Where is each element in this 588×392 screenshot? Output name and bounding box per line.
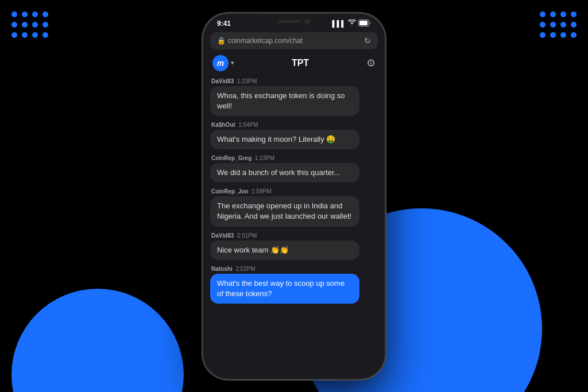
timestamp-2: 1:04PM bbox=[238, 122, 258, 128]
timestamp-1: 1:23PM bbox=[237, 78, 257, 84]
brand-logo: m bbox=[212, 55, 229, 71]
dots-top-right bbox=[540, 11, 577, 38]
message-meta-1: DaVid83 1:23PM bbox=[210, 78, 378, 84]
message-bubble-3: We did a bunch of work this quarter... bbox=[210, 163, 359, 183]
lock-icon: 🔒 bbox=[217, 37, 226, 45]
message-bubble-4: The exchange opened up in India and Nige… bbox=[210, 196, 359, 226]
username-2: Ka$hOut bbox=[211, 122, 235, 128]
chat-title: TPT bbox=[234, 58, 366, 68]
username-4: CoinRep_Jon bbox=[211, 188, 248, 195]
message-bubble-2: What's making it moon? Literally 🤑 bbox=[210, 130, 359, 149]
message-meta-4: CoinRep_Jon 1:58PM bbox=[210, 188, 378, 195]
timestamp-5: 2:01PM bbox=[237, 232, 257, 239]
message-bubble-5: Nice work team 👏👏 bbox=[210, 240, 359, 260]
status-time: 9:41 bbox=[217, 20, 231, 28]
gear-icon[interactable]: ⚙ bbox=[366, 57, 376, 69]
username-5: DaVid83 bbox=[211, 232, 234, 239]
url-address: coinmarketcap.com/chat bbox=[228, 37, 303, 45]
message-bubble-1: Whoa, this exchange token is doing so we… bbox=[210, 86, 359, 116]
message-group-3: CoinRep_Greg 1:23PM We did a bunch of wo… bbox=[210, 155, 378, 183]
status-icons: ▌▌▌ bbox=[332, 20, 371, 28]
dots-top-left bbox=[11, 11, 48, 38]
message-group-6: Natoshi 2:02PM What's the best way to sc… bbox=[210, 266, 378, 304]
url-bar[interactable]: 🔒 coinmarketcap.com/chat ↻ bbox=[210, 32, 378, 49]
refresh-icon[interactable]: ↻ bbox=[364, 36, 371, 45]
message-meta-2: Ka$hOut 1:04PM bbox=[210, 122, 378, 128]
message-meta-6: Natoshi 2:02PM bbox=[210, 266, 378, 272]
phone-device: 9:41 ▌▌▌ bbox=[202, 13, 386, 380]
message-meta-5: DaVid83 2:01PM bbox=[210, 232, 378, 239]
camera bbox=[304, 19, 310, 25]
signal-icon: ▌▌▌ bbox=[332, 20, 346, 27]
phone-screen: 9:41 ▌▌▌ bbox=[203, 14, 385, 379]
url-text: 🔒 coinmarketcap.com/chat bbox=[217, 37, 303, 45]
message-group-5: DaVid83 2:01PM Nice work team 👏👏 bbox=[210, 232, 378, 260]
timestamp-6: 2:02PM bbox=[235, 266, 255, 272]
blue-arc-background bbox=[11, 289, 184, 392]
wifi-icon bbox=[348, 20, 356, 27]
timestamp-4: 1:58PM bbox=[252, 188, 271, 195]
svg-rect-1 bbox=[359, 21, 368, 25]
username-1: DaVid83 bbox=[211, 78, 234, 84]
timestamp-3: 1:23PM bbox=[255, 155, 274, 161]
message-group-1: DaVid83 1:23PM Whoa, this exchange token… bbox=[210, 78, 378, 116]
speaker bbox=[278, 20, 301, 23]
chat-header: m ▾ TPT ⚙ bbox=[203, 49, 385, 76]
chat-brand[interactable]: m ▾ bbox=[212, 55, 234, 71]
battery-icon bbox=[358, 20, 371, 28]
message-bubble-6: What's the best way to scoop up some of … bbox=[210, 274, 359, 304]
username-6: Natoshi bbox=[211, 266, 233, 272]
message-group-4: CoinRep_Jon 1:58PM The exchange opened u… bbox=[210, 188, 378, 226]
messages-list: DaVid83 1:23PM Whoa, this exchange token… bbox=[203, 76, 385, 306]
phone-wrapper: 9:41 ▌▌▌ bbox=[202, 13, 386, 380]
username-3: CoinRep_Greg bbox=[211, 155, 252, 161]
message-group-2: Ka$hOut 1:04PM What's making it moon? Li… bbox=[210, 122, 378, 149]
phone-notch bbox=[260, 14, 328, 30]
message-meta-3: CoinRep_Greg 1:23PM bbox=[210, 155, 378, 161]
